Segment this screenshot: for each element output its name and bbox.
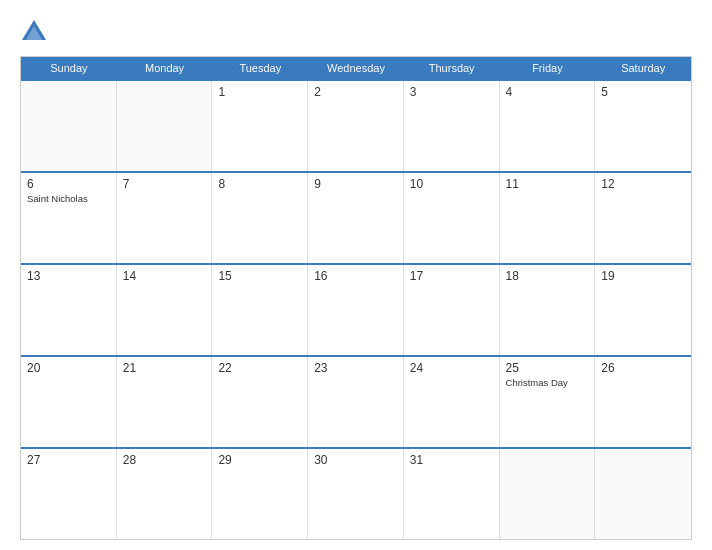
day-number: 16 xyxy=(314,269,397,283)
day-header-tuesday: Tuesday xyxy=(212,57,308,79)
logo-icon xyxy=(20,18,48,46)
event-label: Saint Nicholas xyxy=(27,193,110,204)
day-cell: 23 xyxy=(308,357,404,447)
day-cell: 9 xyxy=(308,173,404,263)
day-number: 28 xyxy=(123,453,206,467)
day-cell: 11 xyxy=(500,173,596,263)
day-cell: 27 xyxy=(21,449,117,539)
day-number: 29 xyxy=(218,453,301,467)
week-row-5: 2728293031 xyxy=(21,447,691,539)
day-cell xyxy=(21,81,117,171)
day-number: 21 xyxy=(123,361,206,375)
calendar-page: SundayMondayTuesdayWednesdayThursdayFrid… xyxy=(0,0,712,550)
day-number: 24 xyxy=(410,361,493,375)
day-header-wednesday: Wednesday xyxy=(308,57,404,79)
day-headers-row: SundayMondayTuesdayWednesdayThursdayFrid… xyxy=(21,57,691,79)
day-cell: 21 xyxy=(117,357,213,447)
day-number: 26 xyxy=(601,361,685,375)
day-number: 25 xyxy=(506,361,589,375)
day-header-friday: Friday xyxy=(500,57,596,79)
day-number: 23 xyxy=(314,361,397,375)
event-label: Christmas Day xyxy=(506,377,589,388)
day-cell: 25Christmas Day xyxy=(500,357,596,447)
day-number: 7 xyxy=(123,177,206,191)
day-number: 6 xyxy=(27,177,110,191)
day-number: 27 xyxy=(27,453,110,467)
logo xyxy=(20,18,52,46)
day-number: 3 xyxy=(410,85,493,99)
day-cell: 14 xyxy=(117,265,213,355)
day-cell xyxy=(500,449,596,539)
day-cell: 16 xyxy=(308,265,404,355)
weeks-container: 123456Saint Nicholas78910111213141516171… xyxy=(21,79,691,539)
day-header-monday: Monday xyxy=(117,57,213,79)
day-number: 4 xyxy=(506,85,589,99)
day-cell: 2 xyxy=(308,81,404,171)
day-number: 1 xyxy=(218,85,301,99)
day-header-sunday: Sunday xyxy=(21,57,117,79)
day-cell: 24 xyxy=(404,357,500,447)
day-number: 14 xyxy=(123,269,206,283)
day-cell: 22 xyxy=(212,357,308,447)
day-cell: 17 xyxy=(404,265,500,355)
day-cell: 28 xyxy=(117,449,213,539)
day-number: 18 xyxy=(506,269,589,283)
day-cell: 26 xyxy=(595,357,691,447)
day-header-thursday: Thursday xyxy=(404,57,500,79)
day-number: 10 xyxy=(410,177,493,191)
week-row-1: 12345 xyxy=(21,79,691,171)
day-cell xyxy=(595,449,691,539)
day-cell: 6Saint Nicholas xyxy=(21,173,117,263)
week-row-4: 202122232425Christmas Day26 xyxy=(21,355,691,447)
day-number: 17 xyxy=(410,269,493,283)
day-number: 19 xyxy=(601,269,685,283)
day-cell: 31 xyxy=(404,449,500,539)
day-cell: 5 xyxy=(595,81,691,171)
day-number: 22 xyxy=(218,361,301,375)
day-cell: 18 xyxy=(500,265,596,355)
day-number: 31 xyxy=(410,453,493,467)
day-number: 30 xyxy=(314,453,397,467)
day-number: 5 xyxy=(601,85,685,99)
day-cell: 4 xyxy=(500,81,596,171)
day-number: 12 xyxy=(601,177,685,191)
day-cell xyxy=(117,81,213,171)
day-number: 2 xyxy=(314,85,397,99)
day-number: 13 xyxy=(27,269,110,283)
day-cell: 7 xyxy=(117,173,213,263)
week-row-3: 13141516171819 xyxy=(21,263,691,355)
week-row-2: 6Saint Nicholas789101112 xyxy=(21,171,691,263)
day-cell: 3 xyxy=(404,81,500,171)
day-cell: 1 xyxy=(212,81,308,171)
day-cell: 29 xyxy=(212,449,308,539)
day-cell: 15 xyxy=(212,265,308,355)
day-cell: 12 xyxy=(595,173,691,263)
day-cell: 13 xyxy=(21,265,117,355)
day-number: 20 xyxy=(27,361,110,375)
calendar-grid: SundayMondayTuesdayWednesdayThursdayFrid… xyxy=(20,56,692,540)
day-cell: 20 xyxy=(21,357,117,447)
day-number: 8 xyxy=(218,177,301,191)
day-header-saturday: Saturday xyxy=(595,57,691,79)
day-number: 15 xyxy=(218,269,301,283)
day-cell: 8 xyxy=(212,173,308,263)
day-cell: 19 xyxy=(595,265,691,355)
day-number: 9 xyxy=(314,177,397,191)
day-cell: 10 xyxy=(404,173,500,263)
calendar-header xyxy=(20,18,692,46)
day-number: 11 xyxy=(506,177,589,191)
day-cell: 30 xyxy=(308,449,404,539)
